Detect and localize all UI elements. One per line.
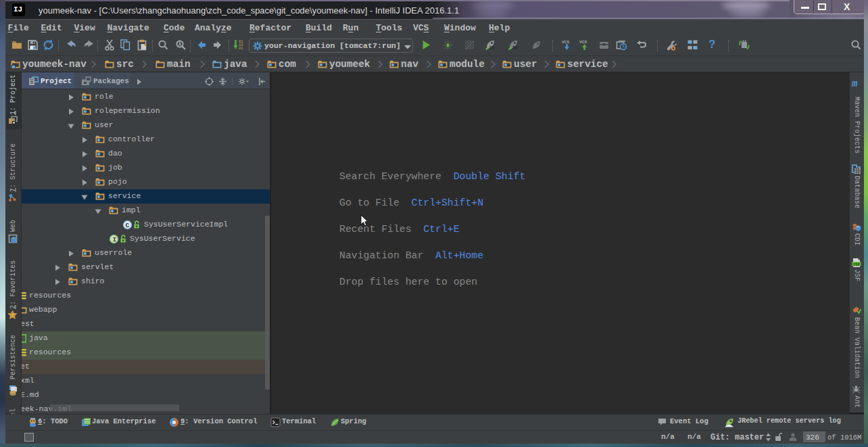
svg-text:JR: JR xyxy=(512,46,517,51)
svg-text:JR: JR xyxy=(489,46,494,51)
svg-text:01: 01 xyxy=(239,47,243,51)
svg-text:JSF: JSF xyxy=(853,262,861,267)
svg-text:VCS: VCS xyxy=(562,40,569,45)
svg-text:VCS: VCS xyxy=(579,40,587,45)
svg-text:I: I xyxy=(113,236,117,243)
svg-text:C: C xyxy=(125,222,129,229)
